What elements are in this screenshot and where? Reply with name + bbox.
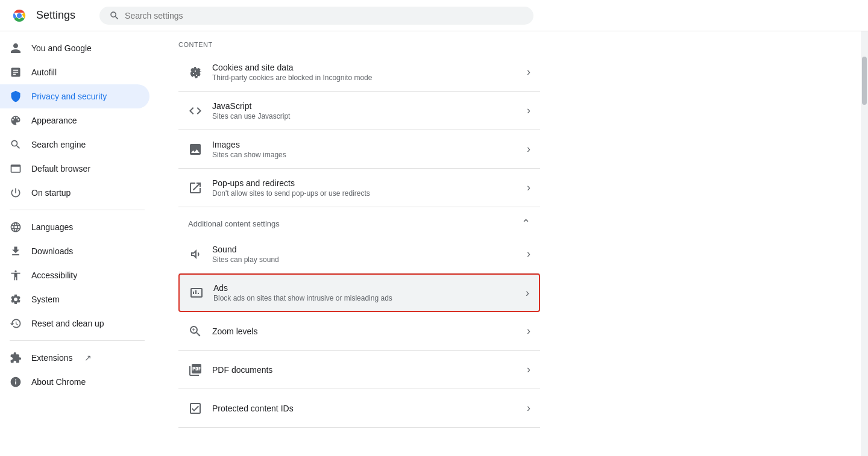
ads-row[interactable]: Ads Block ads on sites that show intrusi… <box>178 273 540 312</box>
volume-icon <box>188 247 203 261</box>
pdf-documents-chevron-icon: › <box>527 363 530 376</box>
search-input[interactable] <box>125 11 524 20</box>
ad-icon <box>189 286 204 300</box>
main-layout: You and Google Autofill Privacy and secu… <box>0 31 868 456</box>
sidebar-divider-2 <box>10 340 145 341</box>
sidebar-label-on-startup: On startup <box>31 188 71 198</box>
protected-content-text: Protected content IDs <box>212 404 517 413</box>
sidebar-label-reset-and-clean: Reset and clean up <box>31 319 104 328</box>
sidebar-label-accessibility: Accessibility <box>31 270 77 280</box>
sidebar-label-extensions: Extensions <box>31 353 72 363</box>
additional-content-header[interactable]: Additional content settings ⌃ <box>178 207 540 235</box>
sidebar-label-languages: Languages <box>31 222 73 232</box>
cookies-text: Cookies and site data Third-party cookie… <box>212 63 517 82</box>
sidebar-item-on-startup[interactable]: On startup <box>0 181 149 205</box>
puzzle-icon <box>10 352 22 364</box>
sound-subtitle: Sites can play sound <box>212 255 517 264</box>
images-chevron-icon: › <box>527 143 530 155</box>
ads-text: Ads Block ads on sites that show intrusi… <box>213 283 516 302</box>
download-icon <box>10 245 22 257</box>
autofill-icon <box>10 66 22 78</box>
search-icon <box>109 10 120 21</box>
sidebar-label-about-chrome: About Chrome <box>31 377 86 387</box>
extensions-external-icon: ↗ <box>84 353 92 363</box>
sidebar-item-reset-and-clean[interactable]: Reset and clean up <box>0 311 149 336</box>
javascript-chevron-icon: › <box>527 104 530 117</box>
images-subtitle: Sites can show images <box>212 151 517 159</box>
cookies-row[interactable]: Cookies and site data Third-party cookie… <box>178 53 540 92</box>
zoom-levels-row[interactable]: Zoom levels › <box>178 312 540 351</box>
sidebar-label-default-browser: Default browser <box>31 164 90 173</box>
sidebar-item-privacy-and-security[interactable]: Privacy and security <box>0 84 149 108</box>
zoom-levels-text: Zoom levels <box>212 326 517 336</box>
sound-chevron-icon: › <box>527 248 530 260</box>
zoom-levels-chevron-icon: › <box>527 325 530 337</box>
system-icon <box>10 293 22 305</box>
javascript-text: JavaScript Sites can use Javascript <box>212 101 517 120</box>
reset-icon <box>10 317 22 330</box>
javascript-row[interactable]: JavaScript Sites can use Javascript › <box>178 92 540 130</box>
search-bar[interactable] <box>99 7 533 25</box>
popups-row[interactable]: Pop-ups and redirects Don't allow sites … <box>178 169 540 207</box>
image-icon <box>188 142 203 157</box>
popout-icon <box>188 181 203 195</box>
sidebar-label-privacy-and-security: Privacy and security <box>31 92 107 101</box>
sidebar-label-downloads: Downloads <box>31 246 73 256</box>
scrollbar-thumb[interactable] <box>862 57 867 105</box>
sidebar-item-you-and-google[interactable]: You and Google <box>0 36 149 60</box>
popups-text: Pop-ups and redirects Don't allow sites … <box>212 178 517 198</box>
info-icon <box>10 376 22 388</box>
protected-content-row[interactable]: Protected content IDs › <box>178 389 540 428</box>
power-icon <box>10 187 22 199</box>
content-area: Content Cookies and site data Third-part… <box>154 31 861 456</box>
sidebar-label-autofill: Autofill <box>31 67 57 77</box>
protected-content-chevron-icon: › <box>527 402 530 414</box>
sidebar-item-extensions[interactable]: Extensions ↗ <box>0 346 149 370</box>
content-inner: Content Cookies and site data Third-part… <box>154 31 564 452</box>
pdf-documents-row[interactable]: PDF documents › <box>178 351 540 389</box>
sidebar-label-you-and-google: You and Google <box>31 43 92 53</box>
sidebar-item-autofill[interactable]: Autofill <box>0 60 149 84</box>
sound-text: Sound Sites can play sound <box>212 245 517 264</box>
javascript-subtitle: Sites can use Javascript <box>212 112 517 120</box>
sidebar-label-appearance: Appearance <box>31 116 77 125</box>
sidebar-item-languages[interactable]: Languages <box>0 215 149 239</box>
zoom-levels-title: Zoom levels <box>212 326 517 336</box>
svg-point-2 <box>17 13 22 18</box>
palette-icon <box>10 114 22 126</box>
scrollbar[interactable] <box>861 31 868 456</box>
pdf-icon <box>188 363 203 377</box>
code-icon <box>188 104 203 118</box>
sound-row[interactable]: Sound Sites can play sound › <box>178 235 540 273</box>
sidebar: You and Google Autofill Privacy and secu… <box>0 31 154 456</box>
sidebar-item-system[interactable]: System <box>0 287 149 311</box>
top-bar: Settings <box>0 0 868 31</box>
sidebar-item-about-chrome[interactable]: About Chrome <box>0 370 149 394</box>
globe-icon <box>10 221 22 233</box>
javascript-title: JavaScript <box>212 101 517 111</box>
sound-title: Sound <box>212 245 517 254</box>
images-text: Images Sites can show images <box>212 140 517 159</box>
sidebar-label-system: System <box>31 295 60 304</box>
sidebar-item-accessibility[interactable]: Accessibility <box>0 263 149 287</box>
content-section-label: Content <box>178 31 540 53</box>
ads-chevron-icon: › <box>526 287 529 299</box>
accessibility-icon <box>10 269 22 281</box>
cookies-chevron-icon: › <box>527 66 530 78</box>
protected-content-title: Protected content IDs <box>212 404 517 413</box>
search-engine-icon <box>10 139 22 151</box>
sidebar-item-appearance[interactable]: Appearance <box>0 108 149 133</box>
sidebar-item-downloads[interactable]: Downloads <box>0 239 149 263</box>
ads-title: Ads <box>213 283 516 293</box>
check-square-icon <box>188 401 203 416</box>
images-row[interactable]: Images Sites can show images › <box>178 130 540 169</box>
pdf-documents-title: PDF documents <box>212 365 517 375</box>
app-title: Settings <box>36 9 75 22</box>
popups-title: Pop-ups and redirects <box>212 178 517 188</box>
additional-section-label: Additional content settings <box>188 219 280 228</box>
sidebar-item-search-engine[interactable]: Search engine <box>0 133 149 157</box>
cookies-title: Cookies and site data <box>212 63 517 72</box>
ads-subtitle: Block ads on sites that show intrusive o… <box>213 294 516 302</box>
sidebar-divider-1 <box>10 210 145 210</box>
sidebar-item-default-browser[interactable]: Default browser <box>0 157 149 181</box>
